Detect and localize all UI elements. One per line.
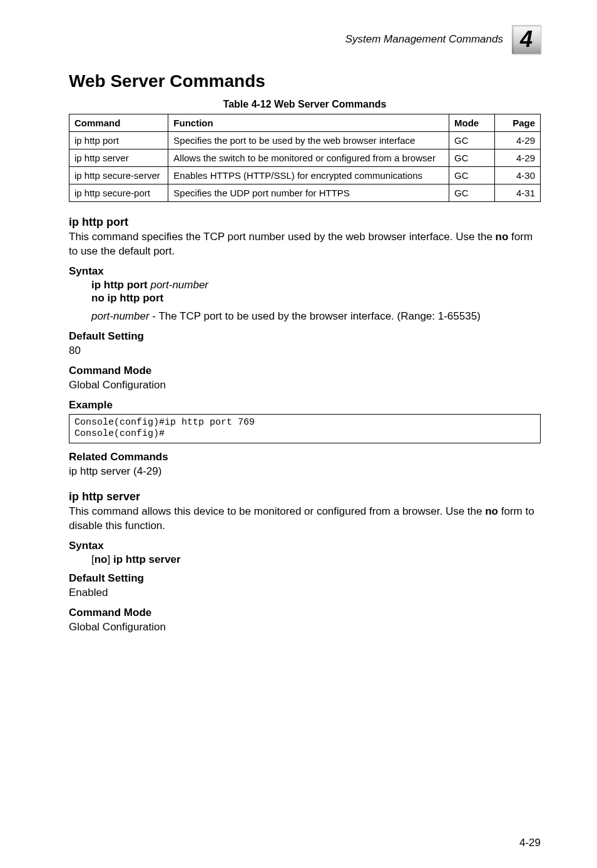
command-heading-ip-http-port: ip http port (69, 216, 541, 229)
syntax-param: port-number (150, 279, 208, 291)
example-code-block: Console(config)#ip http port 769 Console… (69, 414, 541, 444)
command-heading-ip-http-server: ip http server (69, 490, 541, 503)
table-row: ip http secure-port Specifies the UDP po… (69, 184, 541, 202)
syntax-keyword: ip http server (113, 553, 181, 565)
cell-function: Specifies the UDP port number for HTTPS (168, 184, 449, 202)
command-mode-value: Global Configuration (69, 378, 541, 393)
param-name: port-number (91, 310, 150, 322)
desc-bold: no (496, 231, 509, 243)
command-mode-heading: Command Mode (69, 607, 541, 619)
chapter-number: 4 (520, 26, 533, 53)
default-setting-value: 80 (69, 344, 541, 358)
desc-bold: no (485, 505, 498, 517)
cell-function: Specifies the port to be used by the web… (168, 132, 449, 149)
table-row: ip http server Allows the switch to be m… (69, 149, 541, 167)
section-title: Web Server Commands (69, 71, 541, 91)
th-function: Function (168, 114, 449, 132)
cell-function: Enables HTTPS (HTTP/SSL) for encrypted c… (168, 167, 449, 184)
syntax-heading: Syntax (69, 540, 541, 552)
example-heading: Example (69, 399, 541, 411)
commands-table: Command Function Mode Page ip http port … (69, 114, 541, 202)
cell-page: 4-30 (495, 167, 541, 184)
syntax-line: no ip http port (91, 292, 541, 305)
cell-page: 4-29 (495, 132, 541, 149)
cell-command: ip http secure-port (69, 184, 168, 202)
syntax-heading: Syntax (69, 265, 541, 278)
default-setting-value: Enabled (69, 586, 541, 600)
cell-page: 4-29 (495, 149, 541, 167)
cell-command: ip http port (69, 132, 168, 149)
table-row: ip http secure-server Enables HTTPS (HTT… (69, 167, 541, 184)
desc-text: This command specifies the TCP port numb… (69, 231, 496, 243)
cell-mode: GC (449, 149, 495, 167)
syntax-keyword: no (94, 553, 108, 565)
cell-page: 4-31 (495, 184, 541, 202)
cell-mode: GC (449, 167, 495, 184)
syntax-keyword: ip http port (91, 279, 150, 291)
related-commands-value: ip http server (4-29) (69, 465, 541, 479)
th-mode: Mode (449, 114, 495, 132)
syntax-line: ip http port port-number (91, 279, 541, 291)
th-command: Command (69, 114, 168, 132)
syntax-param-desc: port-number - The TCP port to be used by… (91, 310, 541, 324)
table-caption: Table 4-12 Web Server Commands (69, 99, 541, 110)
related-commands-heading: Related Commands (69, 451, 541, 463)
page-container: System Management Commands 4 Web Server … (0, 0, 597, 868)
page-header: System Management Commands 4 (69, 25, 541, 54)
page-number: 4-29 (519, 837, 541, 849)
cell-command: ip http server (69, 149, 168, 167)
command-mode-heading: Command Mode (69, 365, 541, 377)
syntax-bracket: ] (108, 553, 113, 565)
cell-command: ip http secure-server (69, 167, 168, 184)
cell-function: Allows the switch to be monitored or con… (168, 149, 449, 167)
th-page: Page (495, 114, 541, 132)
cell-mode: GC (449, 184, 495, 202)
command-description: This command specifies the TCP port numb… (69, 230, 541, 259)
command-mode-value: Global Configuration (69, 620, 541, 635)
param-text: - The TCP port to be used by the browser… (150, 310, 481, 322)
default-setting-heading: Default Setting (69, 330, 541, 343)
table-row: ip http port Specifies the port to be us… (69, 132, 541, 149)
chapter-number-icon: 4 (512, 25, 541, 54)
desc-text: This command allows this device to be mo… (69, 505, 485, 517)
default-setting-heading: Default Setting (69, 572, 541, 585)
table-header-row: Command Function Mode Page (69, 114, 541, 132)
syntax-line: [no] ip http server (91, 553, 541, 566)
cell-mode: GC (449, 132, 495, 149)
command-description: This command allows this device to be mo… (69, 505, 541, 533)
header-label: System Management Commands (345, 33, 503, 46)
